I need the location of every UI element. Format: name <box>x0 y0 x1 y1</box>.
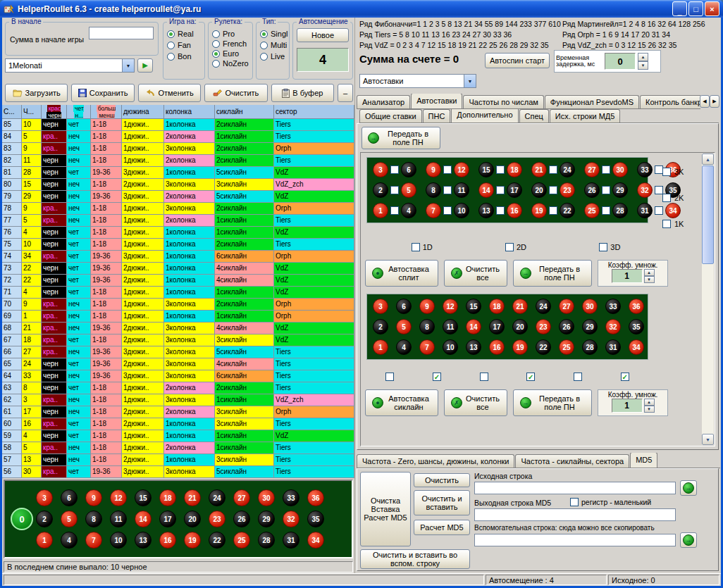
transfer-button-1[interactable]: → Передать в поле ПН <box>513 260 592 287</box>
board-number-31[interactable]: 31 <box>605 339 621 355</box>
board-number-29[interactable]: 29 <box>612 182 628 198</box>
transfer-top-button[interactable]: → Передать в поле ПН <box>362 127 440 149</box>
clear-button[interactable]: Очистить <box>204 84 267 102</box>
board-number-15[interactable]: 15 <box>478 162 494 177</box>
md5-bottom-button[interactable]: Очистить и вставить во вспом. строку <box>360 549 470 569</box>
board-number-0[interactable]: 0 <box>11 508 33 530</box>
autobets-combobox[interactable]: Автоставки ▼ <box>359 74 476 88</box>
scroll-down-icon[interactable]: ▼ <box>702 434 714 445</box>
board-number-3[interactable]: 3 <box>373 299 388 314</box>
k-row-1K[interactable]: 1K <box>662 211 684 237</box>
board-number-3[interactable]: 3 <box>36 489 53 506</box>
board-number-21[interactable]: 21 <box>512 299 528 314</box>
board-number-4[interactable]: 4 <box>401 203 416 218</box>
main-tab-2[interactable]: Частоты по числам <box>463 95 543 108</box>
history-row[interactable]: 7322чернчет19-362дюжи..1колонка4сиклайнV… <box>2 263 354 275</box>
split-checkbox-20-23[interactable] <box>549 186 557 194</box>
board-number-28[interactable]: 28 <box>258 532 275 549</box>
board-number-9[interactable]: 9 <box>419 299 435 314</box>
sixline-checkbox-4[interactable] <box>526 373 535 381</box>
board-number-6[interactable]: 6 <box>61 489 78 506</box>
board-number-31[interactable]: 31 <box>283 532 299 549</box>
main-tab-1[interactable]: Автоставки <box>411 94 462 108</box>
md5-calc-button[interactable]: Расчет MD5 <box>414 520 470 535</box>
board-number-13[interactable]: 13 <box>466 339 481 355</box>
board-number-32[interactable]: 32 <box>637 182 653 198</box>
radio-pro[interactable]: Pro <box>212 30 251 38</box>
sixline-checkbox-3[interactable] <box>480 373 488 381</box>
board-number-11[interactable]: 11 <box>443 319 458 334</box>
board-number-8[interactable]: 8 <box>85 511 102 527</box>
autobet-sixline-button[interactable]: ● Автоставка сиклайн <box>365 389 438 416</box>
main-tab-3[interactable]: Функционал PsevdoMS <box>545 95 639 108</box>
history-row[interactable]: 6524чернчет19-362дюжи..3колонка4сиклайнT… <box>2 358 354 370</box>
board-number-23[interactable]: 23 <box>560 182 575 198</box>
freq-tab-1[interactable]: Частота - сиклайны, сектора <box>515 454 629 468</box>
sub-tab-1[interactable]: ПНС <box>423 109 451 123</box>
collapse-button[interactable]: – <box>338 84 353 102</box>
board-number-21[interactable]: 21 <box>184 489 201 506</box>
board-number-25[interactable]: 25 <box>559 339 574 355</box>
board-number-9[interactable]: 9 <box>426 162 441 177</box>
radio-live[interactable]: Live <box>260 52 288 61</box>
main-tab-4[interactable]: Контроль банкрол <box>640 95 700 108</box>
board-number-24[interactable]: 24 <box>560 162 575 177</box>
board-number-30[interactable]: 30 <box>612 162 628 177</box>
register-checkbox[interactable] <box>570 498 579 506</box>
history-row[interactable]: 714чернчет1-181дюжи..1колонка1сиклайнVdZ <box>2 287 354 299</box>
board-number-10[interactable]: 10 <box>454 203 469 218</box>
history-row[interactable]: 5630кра..чет19-363дюжи..3колонка5сиклайн… <box>2 466 354 478</box>
scrollbar-thumb[interactable] <box>702 165 714 264</box>
board-number-33[interactable]: 33 <box>637 162 653 177</box>
history-row[interactable]: 6433черннеч19-363дюжи..3колонка6сиклайнT… <box>2 370 354 382</box>
board-number-16[interactable]: 16 <box>489 339 505 355</box>
title-bar[interactable]: HelperRoullet 6.3 - create helperroullet… <box>0 0 723 18</box>
sub-tab-3[interactable]: Спец <box>519 109 549 123</box>
board-number-17[interactable]: 17 <box>489 319 505 334</box>
spinner-up-icon[interactable]: ▲ <box>644 269 655 276</box>
spinner-up-icon[interactable]: ▲ <box>638 53 648 61</box>
dim-checkbox-1D[interactable] <box>412 243 420 251</box>
board-number-17[interactable]: 17 <box>507 182 522 198</box>
history-row[interactable]: 7222чернчет19-362дюжи..1колонка4сиклайнV… <box>2 275 354 287</box>
board-number-27[interactable]: 27 <box>559 299 574 314</box>
clear-all-button-2[interactable]: ✗ Очистить все <box>444 389 507 416</box>
history-row[interactable]: 7929черннеч19-363дюжи..2колонка5сиклайнV… <box>2 191 354 203</box>
spinner-down-icon[interactable]: ▼ <box>638 61 648 70</box>
dim-1D[interactable]: 1D <box>412 243 433 251</box>
board-number-14[interactable]: 14 <box>135 511 152 527</box>
history-row[interactable]: 845кра..неч1-181дюжи..2колонка1сиклайнTi… <box>2 131 354 143</box>
board-number-16[interactable]: 16 <box>507 203 522 218</box>
radio-bon[interactable]: Bon <box>167 52 203 61</box>
dim-2D[interactable]: 2D <box>505 243 526 251</box>
board-number-6[interactable]: 6 <box>401 162 416 177</box>
split-checkbox-19-22[interactable] <box>549 206 557 215</box>
split-checkbox-21-24[interactable] <box>549 165 557 174</box>
k-checkbox-3K[interactable] <box>662 168 671 176</box>
radio-fan[interactable]: Fan <box>167 41 203 49</box>
split-checkbox-3-6[interactable] <box>390 165 399 174</box>
board-number-8[interactable]: 8 <box>419 319 435 334</box>
board-number-6[interactable]: 6 <box>396 299 412 314</box>
board-number-18[interactable]: 18 <box>507 162 522 177</box>
board-number-15[interactable]: 15 <box>466 299 481 314</box>
board-number-4[interactable]: 4 <box>61 532 78 549</box>
vertical-scrollbar[interactable]: ▲ ▼ <box>702 154 714 445</box>
clear-all-button-1[interactable]: ✗ Очистить все <box>444 260 507 287</box>
board-number-25[interactable]: 25 <box>584 203 600 218</box>
board-number-26[interactable]: 26 <box>233 511 250 527</box>
md5-clear-button[interactable]: Очистить <box>414 473 470 487</box>
board-number-33[interactable]: 33 <box>605 299 621 314</box>
history-row[interactable]: 6016кра..чет1-182дюжи..1колонка3сиклайнT… <box>2 418 354 430</box>
board-number-19[interactable]: 19 <box>531 203 547 218</box>
board-number-14[interactable]: 14 <box>478 182 494 198</box>
history-row[interactable]: 764чернчет1-181дюжи..1колонка1сиклайнVdZ <box>2 227 354 239</box>
board-number-29[interactable]: 29 <box>258 511 275 527</box>
board-number-36[interactable]: 36 <box>307 489 324 506</box>
new-button[interactable]: Новое <box>297 28 349 42</box>
board-number-17[interactable]: 17 <box>159 511 176 527</box>
board-number-5[interactable]: 5 <box>401 182 416 198</box>
board-number-7[interactable]: 7 <box>85 532 102 549</box>
board-number-7[interactable]: 7 <box>419 339 435 355</box>
sub-tab-4[interactable]: Исх. строки МД5 <box>550 109 621 123</box>
